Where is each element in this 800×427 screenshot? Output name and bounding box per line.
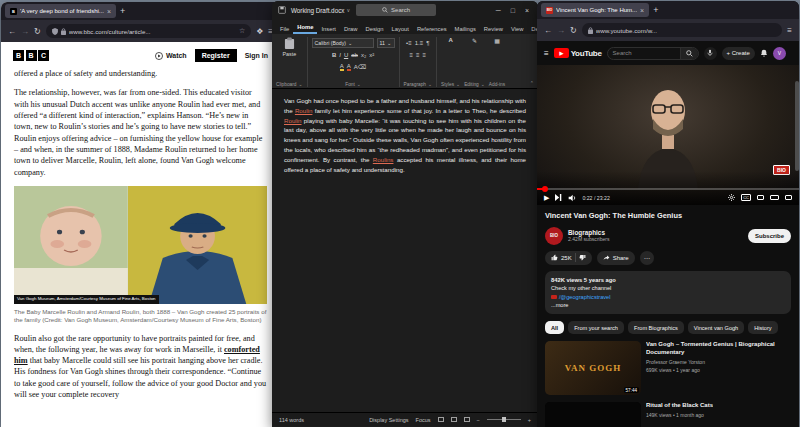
strikethrough-button[interactable]: ab xyxy=(351,52,358,58)
chip-from-biographics[interactable]: From Biographics xyxy=(628,321,684,334)
roulin-link[interactable]: Roulin xyxy=(284,117,302,124)
paragraph-group-label[interactable]: Paragraph⌄ xyxy=(404,82,432,87)
web-layout-icon[interactable] xyxy=(464,417,470,422)
minimize-button[interactable]: ─ xyxy=(496,7,501,14)
roulin-link[interactable]: Roulin xyxy=(295,107,313,114)
focus-button[interactable]: Focus xyxy=(416,417,431,423)
chip-from-your-search[interactable]: From your search xyxy=(568,321,624,334)
clipboard-group-label[interactable]: Clipboard⌄ xyxy=(276,82,303,87)
align-right-icon[interactable]: ≡ xyxy=(423,52,427,58)
tab-home[interactable]: Home xyxy=(293,21,317,34)
more-actions-icon[interactable]: ⋯ xyxy=(640,251,654,265)
print-layout-icon[interactable] xyxy=(451,417,457,422)
paste-icon[interactable] xyxy=(284,37,295,50)
chip-history[interactable]: History xyxy=(748,321,777,334)
settings-gear-icon[interactable] xyxy=(728,194,735,201)
tab-close-icon[interactable]: × xyxy=(107,8,111,15)
page-scrollbar[interactable] xyxy=(795,81,799,171)
superscript-button[interactable]: x² xyxy=(369,52,374,58)
tab-view[interactable]: View xyxy=(507,23,527,34)
watch-link[interactable]: Watch xyxy=(155,52,187,60)
volume-icon[interactable] xyxy=(568,194,576,202)
suggested-video[interactable]: VAN GOGH 57:44 Van Gogh ~ Tormented Geni… xyxy=(545,341,791,395)
suggested-video-title[interactable]: Van Gogh ~ Tormented Genius | Biographic… xyxy=(646,341,791,356)
zoom-slider[interactable] xyxy=(487,419,521,420)
document-title[interactable]: Working Draft.docx∨ xyxy=(291,7,350,14)
search-button[interactable] xyxy=(680,48,698,59)
font-color-button[interactable]: A xyxy=(347,63,351,71)
paragraph-mark-icon[interactable]: ¶ xyxy=(426,40,429,46)
sign-in-link[interactable]: Sign In xyxy=(245,52,268,59)
mic-button[interactable] xyxy=(704,47,717,60)
register-button[interactable]: Register xyxy=(195,49,237,62)
align-left-icon[interactable]: ≡ xyxy=(410,52,414,58)
underline-button[interactable]: U xyxy=(344,52,348,58)
addins-group[interactable]: ▦ Add-ins xyxy=(489,37,505,87)
thumbs-up-icon[interactable] xyxy=(551,254,558,261)
suggested-video-title[interactable]: Ritual of the Black Cats xyxy=(646,402,713,410)
read-mode-icon[interactable] xyxy=(438,417,444,422)
suggested-video-channel[interactable]: Professor Graeme Yorston xyxy=(646,359,791,365)
font-group-label[interactable]: Font⌄ xyxy=(345,82,361,87)
bbc-logo[interactable]: B B C xyxy=(13,50,49,61)
youtube-search-bar[interactable]: Search xyxy=(607,47,699,60)
description-box[interactable]: 842K views 5 years ago Check my other ch… xyxy=(545,271,791,315)
tab-references[interactable]: References xyxy=(413,23,451,34)
new-tab-button[interactable]: + xyxy=(653,5,658,15)
tab-draw[interactable]: Draw xyxy=(340,23,362,34)
address-bar[interactable]: www.bbc.com/culture/article... ☆ xyxy=(46,24,251,38)
close-button[interactable]: × xyxy=(525,7,529,14)
zoom-out-icon[interactable]: − xyxy=(477,417,480,423)
youtube-logo[interactable]: ▶ YouTube xyxy=(554,48,602,58)
font-size-dropdown[interactable]: 11⌄ xyxy=(377,38,395,48)
menu-icon[interactable]: ≡ xyxy=(787,26,792,35)
bold-button[interactable]: B xyxy=(332,52,336,58)
zoom-in-icon[interactable]: + xyxy=(528,417,531,423)
channel-avatar[interactable]: BIO xyxy=(545,227,563,245)
chip-all[interactable]: All xyxy=(545,321,564,334)
theater-mode-icon[interactable] xyxy=(770,195,779,200)
share-button[interactable]: Share xyxy=(597,251,635,265)
extensions-icon[interactable]: ❖ xyxy=(256,27,263,36)
save-icon[interactable] xyxy=(278,6,286,14)
video-player[interactable]: BIO ▶ 0:22 / 23:22 CC xyxy=(537,65,799,205)
channel-name[interactable]: Biographics xyxy=(568,229,610,236)
bookmark-star-icon[interactable]: ☆ xyxy=(239,27,245,35)
next-button[interactable] xyxy=(555,194,562,201)
channel-handle-link[interactable]: /@geographicstravel xyxy=(559,294,610,300)
thumbs-down-icon[interactable] xyxy=(579,254,586,261)
word-search-box[interactable]: Search xyxy=(356,4,436,16)
zoom-slider-thumb[interactable] xyxy=(502,417,506,422)
tab-review[interactable]: Review xyxy=(480,23,507,34)
align-center-icon[interactable]: ≡ xyxy=(416,52,420,58)
reload-icon[interactable]: ↻ xyxy=(34,27,41,36)
account-avatar[interactable]: V xyxy=(773,47,786,60)
clear-format-icon[interactable]: A⌫ xyxy=(354,63,367,70)
restore-button[interactable]: □ xyxy=(511,7,515,14)
miniplayer-icon[interactable] xyxy=(757,195,764,200)
italic-button[interactable]: I xyxy=(339,52,341,58)
document-canvas[interactable]: Van Gogh had once hoped to be a father a… xyxy=(272,89,538,412)
tab-layout[interactable]: Layout xyxy=(388,23,413,34)
reload-icon[interactable]: ↻ xyxy=(570,26,577,35)
tab-file[interactable]: File xyxy=(276,23,293,34)
ribbon-collapse-icon[interactable]: ⌃ xyxy=(530,80,534,86)
forward-icon[interactable]: → xyxy=(557,26,565,35)
display-settings-button[interactable]: Display Settings xyxy=(369,417,408,423)
forward-icon[interactable]: → xyxy=(21,27,29,36)
address-bar[interactable]: www.youtube.com/w... xyxy=(582,23,783,37)
roulins-link[interactable]: Roulins xyxy=(373,156,394,163)
font-name-dropdown[interactable]: Calibri (Body)⌄ xyxy=(312,38,374,48)
word-count[interactable]: 114 words xyxy=(279,417,304,423)
back-icon[interactable]: ← xyxy=(544,26,552,35)
bullets-icon[interactable]: •≡ xyxy=(406,40,412,46)
play-button[interactable]: ▶ xyxy=(544,194,549,202)
notifications-bell-icon[interactable] xyxy=(760,49,768,57)
styles-group[interactable]: A Styles⌄ xyxy=(441,37,460,87)
fullscreen-icon[interactable] xyxy=(785,195,792,200)
tab-design[interactable]: Design xyxy=(361,23,387,34)
numbering-icon[interactable]: 1.≡ xyxy=(415,40,424,46)
browser-tab-youtube[interactable]: BIO Vincent Van Gogh: The Hum... × xyxy=(541,3,649,17)
hamburger-menu-icon[interactable]: ≡ xyxy=(544,49,549,58)
browser-tab-bbc[interactable]: B 'A very deep bond of friendshi... × xyxy=(5,4,116,18)
